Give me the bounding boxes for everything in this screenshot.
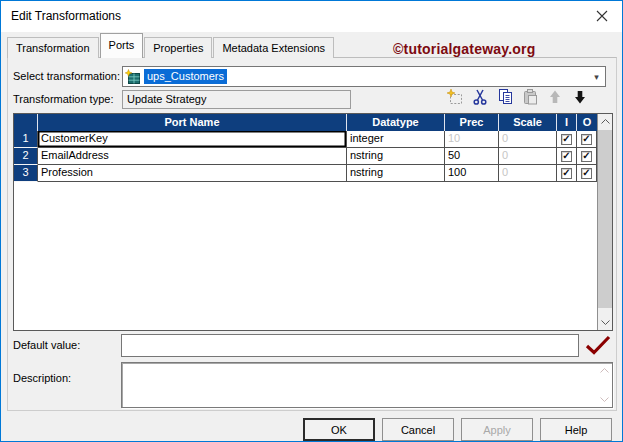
ok-button[interactable]: OK <box>303 418 375 441</box>
validate-check-icon[interactable] <box>585 335 611 357</box>
output-port-checkbox[interactable]: ✓ <box>581 151 592 162</box>
column-header-scale[interactable]: Scale <box>499 114 557 131</box>
arrow-up-icon <box>546 88 564 108</box>
titlebar: Edit Transformations <box>1 1 622 32</box>
move-port-up-button[interactable] <box>546 89 564 107</box>
input-port-checkbox[interactable]: ✓ <box>561 168 572 179</box>
move-port-down-button[interactable] <box>571 89 589 107</box>
port-row: 2EmailAddressnstring500✓✓ <box>14 148 597 165</box>
input-port-checkbox-cell: ✓ <box>557 148 577 165</box>
column-header-row-selector[interactable] <box>14 114 38 131</box>
column-header-datatype[interactable]: Datatype <box>347 114 445 131</box>
paste-icon <box>521 88 539 108</box>
column-header-i[interactable]: I <box>557 114 577 131</box>
port-name-cell[interactable]: Profession <box>38 165 347 182</box>
description-scroll-down-icon <box>598 397 610 402</box>
scale-cell[interactable]: 0 <box>499 165 557 182</box>
scrollbar-down-button[interactable] <box>598 315 612 330</box>
port-name-cell[interactable]: CustomerKey <box>38 131 347 148</box>
datatype-cell[interactable]: nstring <box>347 165 445 182</box>
transformation-type-value: Update Strategy <box>122 90 351 109</box>
cancel-button[interactable]: Cancel <box>382 418 454 441</box>
input-port-checkbox[interactable]: ✓ <box>561 151 572 162</box>
tab-ports[interactable]: Ports <box>100 33 144 58</box>
help-button[interactable]: Help <box>540 418 612 441</box>
paste-port-button[interactable] <box>521 89 539 107</box>
grid-header-row: Port NameDatatypePrecScaleIO <box>14 114 597 131</box>
description-textarea[interactable] <box>121 362 613 408</box>
port-name-cell[interactable]: EmailAddress <box>38 148 347 165</box>
cut-port-button[interactable] <box>471 89 489 107</box>
arrow-down-icon <box>571 88 589 108</box>
window-title: Edit Transformations <box>11 1 121 32</box>
close-button[interactable] <box>588 4 616 29</box>
scrollbar-up-button[interactable] <box>598 114 612 129</box>
new-port-icon <box>446 88 464 108</box>
input-port-checkbox-cell: ✓ <box>557 165 577 182</box>
row-number[interactable]: 3 <box>14 165 38 182</box>
close-icon <box>596 10 608 24</box>
transformation-type-label: Transformation type: <box>13 93 113 105</box>
output-port-checkbox-cell: ✓ <box>577 165 597 182</box>
tab-properties[interactable]: Properties <box>144 37 212 58</box>
scale-cell[interactable]: 0 <box>499 148 557 165</box>
column-header-port-name[interactable]: Port Name <box>38 114 347 131</box>
dialog-button-row: OK Cancel Apply Help <box>303 418 612 441</box>
copy-icon <box>496 88 514 108</box>
transformation-icon <box>125 69 141 85</box>
description-scroll-up-icon <box>598 368 610 373</box>
selected-transformation-value: ups_Customers <box>144 69 227 84</box>
input-port-checkbox-cell: ✓ <box>557 131 577 148</box>
watermark: ©tutorialgateway.org <box>393 41 535 57</box>
port-row: 3Professionnstring1000✓✓ <box>14 165 597 182</box>
select-transformation-label: Select transformation: <box>13 70 120 82</box>
datatype-cell[interactable]: nstring <box>347 148 445 165</box>
scale-cell[interactable]: 0 <box>499 131 557 148</box>
output-port-checkbox[interactable]: ✓ <box>581 168 592 179</box>
column-header-o[interactable]: O <box>577 114 597 131</box>
ports-toolbar <box>446 89 589 107</box>
chevron-down-icon: ▾ <box>594 72 599 82</box>
grid-scrollbar[interactable] <box>597 114 612 330</box>
edit-transformations-dialog: Edit Transformations Transformation Port… <box>0 0 623 442</box>
output-port-checkbox-cell: ✓ <box>577 148 597 165</box>
precision-cell[interactable]: 10 <box>445 131 499 148</box>
default-value-label: Default value: <box>13 339 80 351</box>
tab-strip: Transformation Ports Properties Metadata… <box>7 33 335 58</box>
scrollbar-thumb[interactable] <box>598 130 612 308</box>
port-row: 1CustomerKeyinteger100✓✓ <box>14 131 597 148</box>
precision-cell[interactable]: 100 <box>445 165 499 182</box>
combobox-dropdown-button[interactable]: ▾ <box>588 67 605 86</box>
tab-metadata-extensions[interactable]: Metadata Extensions <box>213 37 334 58</box>
ports-grid: Port NameDatatypePrecScaleIO 1CustomerKe… <box>13 113 613 331</box>
datatype-cell[interactable]: integer <box>347 131 445 148</box>
select-transformation-combobox[interactable]: ups_Customers ▾ <box>122 66 606 87</box>
precision-cell[interactable]: 50 <box>445 148 499 165</box>
add-port-button[interactable] <box>446 89 464 107</box>
apply-button[interactable]: Apply <box>461 418 533 441</box>
tab-transformation[interactable]: Transformation <box>7 37 99 58</box>
default-value-input[interactable] <box>121 334 579 357</box>
input-port-checkbox[interactable]: ✓ <box>561 134 572 145</box>
output-port-checkbox-cell: ✓ <box>577 131 597 148</box>
row-number[interactable]: 1 <box>14 131 38 148</box>
row-number[interactable]: 2 <box>14 148 38 165</box>
column-header-prec[interactable]: Prec <box>445 114 499 131</box>
cut-icon <box>471 88 489 108</box>
copy-port-button[interactable] <box>496 89 514 107</box>
output-port-checkbox[interactable]: ✓ <box>581 134 592 145</box>
description-label: Description: <box>13 372 71 384</box>
